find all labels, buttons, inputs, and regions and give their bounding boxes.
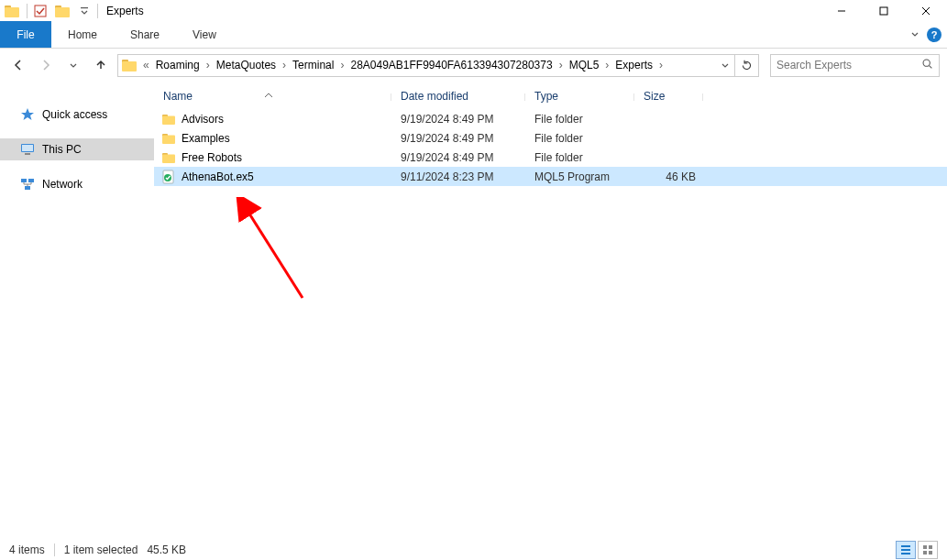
ribbon: File Home Share View ? bbox=[0, 21, 947, 49]
svg-rect-33 bbox=[929, 545, 932, 549]
svg-rect-29 bbox=[901, 545, 910, 547]
file-date: 9/11/2024 8:23 PM bbox=[391, 170, 525, 183]
up-button[interactable] bbox=[90, 54, 112, 76]
ribbon-tab-share[interactable]: Share bbox=[114, 21, 176, 48]
separator bbox=[27, 4, 28, 18]
svg-rect-1 bbox=[5, 7, 19, 17]
status-bar: 4 items 1 item selected 45.5 KB bbox=[0, 540, 947, 560]
qat-customize-dropdown[interactable] bbox=[74, 1, 94, 21]
view-large-icons-button[interactable] bbox=[918, 541, 938, 559]
chevron-right-icon[interactable]: › bbox=[204, 59, 213, 71]
file-date: 9/19/2024 8:49 PM bbox=[391, 151, 525, 164]
address-history-dropdown[interactable] bbox=[716, 60, 734, 70]
address-folder-icon bbox=[121, 57, 138, 73]
status-divider bbox=[54, 544, 55, 556]
navpane-network[interactable]: Network bbox=[0, 173, 154, 195]
chevron-right-icon[interactable]: › bbox=[602, 59, 611, 71]
ex5-file-icon bbox=[161, 170, 176, 184]
file-row[interactable]: Advisors9/19/2024 8:49 PMFile folder bbox=[154, 109, 947, 128]
ribbon-expand-icon[interactable] bbox=[910, 28, 919, 41]
svg-rect-25 bbox=[162, 154, 175, 163]
svg-rect-17 bbox=[21, 179, 27, 182]
refresh-button[interactable] bbox=[734, 55, 758, 76]
title-bar: Experts bbox=[0, 0, 947, 21]
file-row[interactable]: AthenaBot.ex59/11/2024 8:23 PMMQL5 Progr… bbox=[154, 167, 947, 186]
folder-icon bbox=[161, 112, 176, 126]
window-title: Experts bbox=[106, 5, 144, 17]
svg-rect-31 bbox=[901, 553, 910, 555]
search-box[interactable]: Search Experts bbox=[770, 54, 940, 77]
navigation-row: « Roaming› MetaQuotes› Terminal› 28A049A… bbox=[0, 49, 947, 82]
separator bbox=[97, 4, 98, 18]
file-date: 9/19/2024 8:49 PM bbox=[391, 132, 525, 145]
svg-rect-23 bbox=[162, 135, 175, 144]
folder-icon bbox=[161, 150, 176, 165]
ribbon-tab-home[interactable]: Home bbox=[51, 21, 114, 48]
file-name: AthenaBot.ex5 bbox=[182, 170, 254, 183]
svg-rect-7 bbox=[880, 7, 887, 15]
status-selection: 1 item selected bbox=[64, 544, 148, 556]
navpane-this-pc[interactable]: This PC bbox=[0, 138, 154, 160]
sort-ascending-icon bbox=[264, 88, 273, 101]
column-header-name[interactable]: Name bbox=[154, 90, 391, 103]
column-header-size[interactable]: Size bbox=[634, 90, 703, 103]
content-area: Quick access This PC Network Name Date m… bbox=[0, 82, 947, 540]
minimize-button[interactable] bbox=[820, 0, 863, 21]
chevron-right-icon[interactable]: › bbox=[656, 59, 666, 71]
status-item-count: 4 items bbox=[9, 544, 54, 556]
chevron-left-icon[interactable]: « bbox=[140, 59, 152, 71]
file-row[interactable]: Examples9/19/2024 8:49 PMFile folder bbox=[154, 128, 947, 148]
chevron-right-icon[interactable]: › bbox=[337, 59, 347, 71]
file-type: MQL5 Program bbox=[525, 170, 634, 183]
file-type: File folder bbox=[525, 132, 634, 145]
search-placeholder: Search Experts bbox=[776, 59, 921, 71]
view-details-button[interactable] bbox=[896, 541, 916, 559]
navpane-quick-access[interactable]: Quick access bbox=[0, 104, 154, 126]
column-header-date[interactable]: Date modified bbox=[391, 90, 525, 103]
navpane-label: Network bbox=[42, 178, 83, 191]
svg-rect-32 bbox=[923, 545, 927, 549]
file-tab[interactable]: File bbox=[0, 21, 51, 48]
column-headers: Name Date modified Type Size bbox=[154, 82, 947, 105]
chevron-right-icon[interactable]: › bbox=[556, 59, 566, 71]
search-icon bbox=[921, 58, 933, 72]
svg-rect-15 bbox=[22, 145, 33, 151]
file-name: Free Robots bbox=[182, 151, 242, 164]
file-size: 46 KB bbox=[634, 170, 703, 183]
chevron-right-icon[interactable]: › bbox=[280, 59, 289, 71]
navpane-label: This PC bbox=[42, 143, 82, 156]
maximize-button[interactable] bbox=[863, 0, 905, 21]
svg-point-12 bbox=[923, 60, 930, 66]
breadcrumb-seg[interactable]: MetaQuotes bbox=[213, 55, 280, 76]
star-icon bbox=[20, 107, 35, 122]
breadcrumb-seg[interactable]: Terminal bbox=[289, 55, 337, 76]
breadcrumb-seg[interactable]: Roaming bbox=[152, 55, 204, 76]
svg-rect-19 bbox=[25, 186, 30, 190]
file-date: 9/19/2024 8:49 PM bbox=[391, 113, 525, 126]
file-row[interactable]: Free Robots9/19/2024 8:49 PMFile folder bbox=[154, 148, 947, 167]
svg-line-13 bbox=[930, 66, 932, 69]
address-bar[interactable]: « Roaming› MetaQuotes› Terminal› 28A049A… bbox=[117, 54, 759, 77]
qat-new-folder-icon[interactable] bbox=[54, 3, 71, 19]
breadcrumb-seg[interactable]: 28A049AB1FF9940FA613394307280373 bbox=[347, 55, 556, 76]
folder-icon bbox=[161, 131, 176, 146]
svg-rect-30 bbox=[901, 549, 910, 551]
monitor-icon bbox=[20, 142, 35, 157]
ribbon-tab-view[interactable]: View bbox=[176, 21, 233, 48]
close-button[interactable] bbox=[905, 0, 947, 21]
help-button[interactable]: ? bbox=[927, 27, 941, 42]
forward-button[interactable] bbox=[35, 54, 57, 76]
svg-rect-18 bbox=[28, 179, 34, 182]
recent-locations-dropdown[interactable] bbox=[62, 54, 84, 76]
breadcrumb-seg[interactable]: MQL5 bbox=[566, 55, 603, 76]
breadcrumb-seg[interactable]: Experts bbox=[611, 55, 656, 76]
file-list: Name Date modified Type Size Advisors9/1… bbox=[154, 82, 947, 540]
navigation-pane: Quick access This PC Network bbox=[0, 82, 154, 540]
qat-properties-button[interactable] bbox=[30, 1, 50, 21]
app-folder-icon bbox=[4, 3, 20, 19]
svg-rect-34 bbox=[923, 551, 927, 555]
svg-rect-11 bbox=[122, 61, 137, 71]
back-button[interactable] bbox=[7, 54, 29, 76]
column-header-type[interactable]: Type bbox=[525, 90, 634, 103]
svg-rect-16 bbox=[25, 153, 30, 155]
